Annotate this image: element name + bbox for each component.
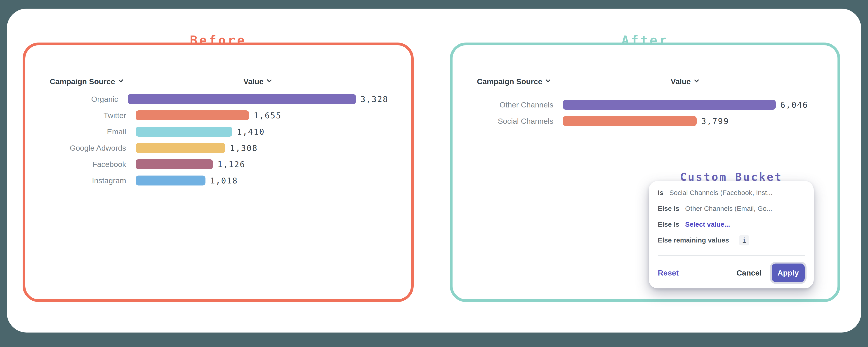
- value-bar[interactable]: [135, 110, 249, 120]
- value-bar[interactable]: [563, 100, 776, 110]
- custom-bucket-dialog: IsSocial Channels (Facebook, Inst...Else…: [649, 181, 814, 288]
- chevron-down-icon: [694, 78, 699, 82]
- bucket-rule-value[interactable]: Other Channels (Email, Go...: [685, 205, 772, 212]
- value-label: 1,655: [254, 111, 281, 120]
- dimension-header-label: Campaign Source: [50, 77, 115, 86]
- bucket-rule-label: Is: [658, 189, 663, 197]
- table-row: Social Channels3,799: [477, 113, 815, 129]
- value-bar[interactable]: [128, 94, 356, 104]
- bucket-rule-row: Else IsSelect value...: [649, 216, 814, 232]
- row-label: Twitter: [50, 111, 126, 120]
- table-row: Google Adwords1,308: [50, 140, 388, 156]
- dialog-divider: [658, 255, 805, 256]
- bucket-rule-label: Else Is: [658, 221, 679, 228]
- table-row: Email1,410: [50, 123, 388, 140]
- value-bar[interactable]: [135, 127, 232, 137]
- value-header[interactable]: Value: [553, 77, 815, 86]
- main-card: Before After Campaign Source Value Organ…: [7, 8, 861, 332]
- row-label: Email: [50, 127, 126, 136]
- value-bar[interactable]: [135, 176, 206, 185]
- chevron-down-icon: [267, 78, 272, 82]
- bar-zone: 1,126: [135, 159, 245, 169]
- bar-zone: 1,655: [135, 110, 281, 120]
- bucket-rule-label: Else remaining values: [658, 236, 729, 244]
- table-header-row: Campaign Source Value: [477, 76, 815, 87]
- dimension-header[interactable]: Campaign Source: [50, 77, 126, 86]
- row-label: Organic: [50, 95, 118, 104]
- row-label: Other Channels: [477, 100, 553, 109]
- bucket-rule-row: Else IsOther Channels (Email, Go...: [649, 201, 814, 216]
- info-icon[interactable]: i: [739, 235, 749, 245]
- table-row: Other Channels6,046: [477, 96, 815, 113]
- bar-zone: 1,308: [135, 143, 258, 153]
- apply-button[interactable]: Apply: [772, 263, 805, 282]
- value-label: 1,018: [210, 176, 238, 185]
- bucket-rule-row: Else remaining valuesi: [649, 232, 814, 248]
- value-label: 1,410: [237, 127, 265, 136]
- row-label: Instagram: [50, 176, 126, 185]
- before-table: Campaign Source Value Organic3,328Twitte…: [50, 76, 388, 189]
- value-bar[interactable]: [135, 159, 213, 169]
- table-body: Other Channels6,046Social Channels3,799: [477, 96, 815, 129]
- table-header-row: Campaign Source Value: [50, 76, 388, 87]
- value-label: 3,799: [701, 116, 729, 126]
- value-label: 3,328: [361, 94, 388, 104]
- bar-zone: 3,799: [563, 116, 729, 126]
- table-row: Instagram1,018: [50, 172, 388, 189]
- table-row: Twitter1,655: [50, 107, 388, 123]
- bucket-rule-row: IsSocial Channels (Facebook, Inst...: [649, 185, 814, 201]
- table-row: Organic3,328: [50, 91, 388, 107]
- bucket-rule-value[interactable]: Social Channels (Facebook, Inst...: [669, 189, 773, 197]
- after-table: Campaign Source Value Other Channels6,04…: [477, 76, 815, 129]
- table-body: Organic3,328Twitter1,655Email1,410Google…: [50, 91, 388, 189]
- row-label: Facebook: [50, 160, 126, 169]
- value-bar[interactable]: [563, 116, 697, 126]
- before-panel: Campaign Source Value Organic3,328Twitte…: [23, 42, 414, 302]
- chevron-down-icon: [119, 78, 123, 82]
- dialog-footer: Reset Cancel Apply: [649, 260, 814, 285]
- chevron-down-icon: [546, 78, 550, 82]
- cancel-button[interactable]: Cancel: [737, 268, 762, 277]
- bar-zone: 1,410: [135, 127, 265, 137]
- bar-zone: 3,328: [128, 94, 388, 104]
- bar-zone: 6,046: [563, 100, 808, 110]
- value-header[interactable]: Value: [126, 77, 388, 86]
- dimension-header[interactable]: Campaign Source: [477, 77, 553, 86]
- value-label: 6,046: [780, 100, 808, 110]
- bucket-rules-list: IsSocial Channels (Facebook, Inst...Else…: [649, 181, 814, 248]
- row-label: Google Adwords: [50, 144, 126, 152]
- value-bar[interactable]: [135, 143, 225, 153]
- bucket-rule-label: Else Is: [658, 205, 679, 212]
- select-value-link[interactable]: Select value...: [685, 221, 730, 228]
- bar-zone: 1,018: [135, 176, 238, 185]
- value-label: 1,308: [230, 143, 258, 153]
- reset-button[interactable]: Reset: [658, 268, 679, 277]
- value-header-label: Value: [671, 77, 691, 86]
- dimension-header-label: Campaign Source: [477, 77, 542, 86]
- table-row: Facebook1,126: [50, 156, 388, 172]
- value-label: 1,126: [217, 160, 245, 169]
- value-header-label: Value: [243, 77, 264, 86]
- row-label: Social Channels: [477, 117, 553, 125]
